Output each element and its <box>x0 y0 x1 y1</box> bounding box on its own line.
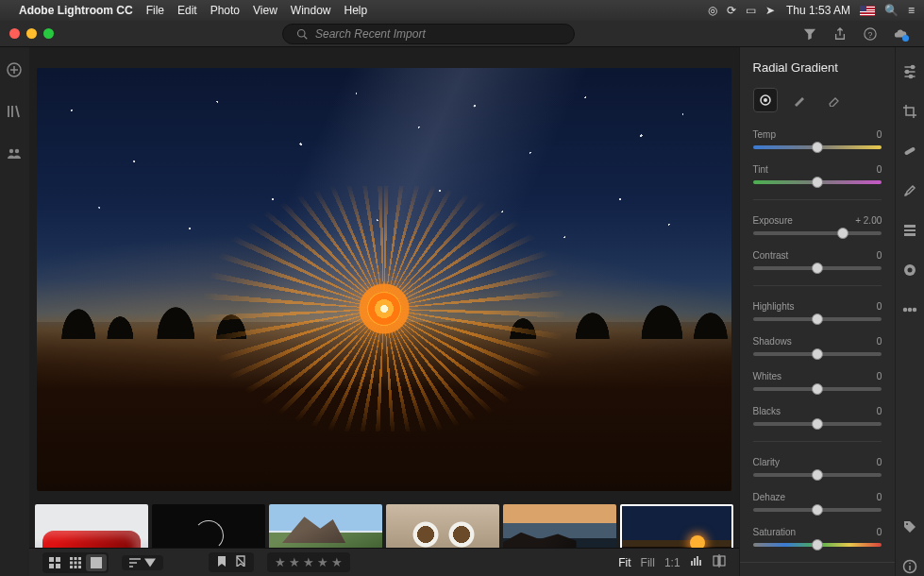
flag-pick-button[interactable] <box>216 555 227 569</box>
slider-whites-thumb[interactable] <box>812 383 823 395</box>
presets-button[interactable]: Presets <box>740 562 896 576</box>
grid-large-button[interactable] <box>44 554 65 571</box>
cc-status-icon[interactable]: ◎ <box>708 4 717 17</box>
slider-clarity[interactable]: Clarity0 <box>753 457 882 477</box>
star-2[interactable]: ★ <box>289 555 300 569</box>
main-photo[interactable] <box>37 68 731 491</box>
slider-shadows-thumb[interactable] <box>812 348 823 360</box>
slider-whites[interactable]: Whites0 <box>753 371 882 391</box>
slider-temp-value: 0 <box>877 129 882 140</box>
slider-clarity-track[interactable] <box>753 473 882 477</box>
slider-highlights-track[interactable] <box>753 317 882 321</box>
slider-dehaze[interactable]: Dehaze0 <box>753 492 882 512</box>
right-rail <box>895 47 924 576</box>
menu-view[interactable]: View <box>253 4 277 17</box>
zoom-1to1[interactable]: 1:1 <box>664 556 680 569</box>
sharing-button[interactable] <box>7 145 22 164</box>
mask-radial-button[interactable] <box>753 88 778 112</box>
slider-saturation[interactable]: Saturation0 <box>753 527 882 547</box>
mask-erase-button[interactable] <box>821 88 846 112</box>
slider-saturation-track[interactable] <box>753 543 882 547</box>
svg-rect-34 <box>904 146 916 155</box>
sync-status-icon[interactable]: ⟳ <box>727 4 736 17</box>
crop-icon[interactable] <box>900 102 919 121</box>
slider-highlights-thumb[interactable] <box>812 313 823 325</box>
close-button[interactable] <box>9 28 20 39</box>
cloud-sync-button[interactable] <box>894 27 907 41</box>
flag-reject-button[interactable] <box>235 555 246 569</box>
slider-shadows-track[interactable] <box>753 352 882 356</box>
slider-blacks-thumb[interactable] <box>812 418 823 430</box>
menu-list-icon[interactable]: ≡ <box>908 4 915 17</box>
svg-line-1 <box>304 36 307 39</box>
left-rail <box>0 47 29 576</box>
svg-rect-24 <box>697 556 698 566</box>
linear-grad-icon[interactable] <box>900 221 919 240</box>
more-icon[interactable] <box>900 300 919 319</box>
slider-exposure[interactable]: Exposure+ 2.00 <box>753 215 882 235</box>
zoom-fit[interactable]: Fit <box>618 556 630 569</box>
slider-temp-track[interactable] <box>753 145 882 149</box>
slider-tint-thumb[interactable] <box>812 177 823 188</box>
menu-file[interactable]: File <box>146 4 164 17</box>
display-icon[interactable]: ▭ <box>746 4 756 17</box>
slider-contrast-thumb[interactable] <box>812 263 823 274</box>
tag-icon[interactable] <box>900 517 919 536</box>
slider-exposure-track[interactable] <box>753 231 882 235</box>
help-button[interactable]: ? <box>864 27 877 41</box>
image-viewer[interactable] <box>29 47 739 499</box>
star-5[interactable]: ★ <box>331 555 343 569</box>
grid-small-button[interactable] <box>65 554 86 571</box>
menubar-clock[interactable]: Thu 1:53 AM <box>786 4 850 17</box>
menu-photo[interactable]: Photo <box>210 4 240 17</box>
slider-tint[interactable]: Tint0 <box>753 164 882 184</box>
app-name[interactable]: Adobe Lightroom CC <box>19 4 133 17</box>
slider-temp[interactable]: Temp0 <box>753 129 882 149</box>
add-photos-button[interactable] <box>7 62 22 81</box>
slider-contrast[interactable]: Contrast0 <box>753 250 882 270</box>
slider-dehaze-thumb[interactable] <box>812 504 823 516</box>
slider-contrast-track[interactable] <box>753 266 882 270</box>
search-input[interactable]: Search Recent Import <box>282 24 575 44</box>
slider-blacks-track[interactable] <box>753 422 882 426</box>
zoom-fill[interactable]: Fill <box>641 556 655 569</box>
arrow-icon[interactable]: ➤ <box>765 4 775 17</box>
brush-icon[interactable] <box>900 181 919 200</box>
slider-tint-track[interactable] <box>753 180 882 184</box>
heal-icon[interactable] <box>900 142 919 161</box>
radial-grad-icon[interactable] <box>900 261 919 280</box>
slider-clarity-thumb[interactable] <box>812 469 823 481</box>
mask-brush-button[interactable] <box>787 88 812 112</box>
slider-highlights-label: Highlights <box>753 301 795 312</box>
info-icon[interactable] <box>900 557 919 576</box>
slider-shadows[interactable]: Shadows0 <box>753 336 882 356</box>
slider-blacks[interactable]: Blacks0 <box>753 406 882 426</box>
input-flag-us[interactable] <box>860 6 875 16</box>
edit-sliders-icon[interactable] <box>900 62 919 81</box>
menu-window[interactable]: Window <box>291 4 331 17</box>
star-1[interactable]: ★ <box>275 555 286 569</box>
window-controls <box>9 28 54 39</box>
compare-button[interactable] <box>713 554 726 570</box>
star-rating[interactable]: ★ ★ ★ ★ ★ <box>267 552 350 572</box>
library-button[interactable] <box>7 104 22 123</box>
histogram-button[interactable] <box>690 554 703 570</box>
slider-temp-thumb[interactable] <box>812 142 823 153</box>
slider-dehaze-track[interactable] <box>753 508 882 512</box>
slider-whites-track[interactable] <box>753 387 882 391</box>
slider-exposure-thumb[interactable] <box>837 228 848 239</box>
star-3[interactable]: ★ <box>303 555 314 569</box>
svg-point-39 <box>909 309 912 312</box>
zoom-button[interactable] <box>43 28 54 39</box>
star-4[interactable]: ★ <box>317 555 328 569</box>
share-button[interactable] <box>833 27 847 41</box>
filter-button[interactable] <box>803 27 816 41</box>
menu-help[interactable]: Help <box>344 4 368 17</box>
spotlight-icon[interactable]: 🔍 <box>884 4 899 17</box>
minimize-button[interactable] <box>26 28 37 39</box>
slider-highlights[interactable]: Highlights0 <box>753 301 882 321</box>
sort-button[interactable] <box>122 555 163 570</box>
slider-saturation-thumb[interactable] <box>812 539 823 551</box>
single-view-button[interactable] <box>86 554 107 571</box>
menu-edit[interactable]: Edit <box>177 4 197 17</box>
